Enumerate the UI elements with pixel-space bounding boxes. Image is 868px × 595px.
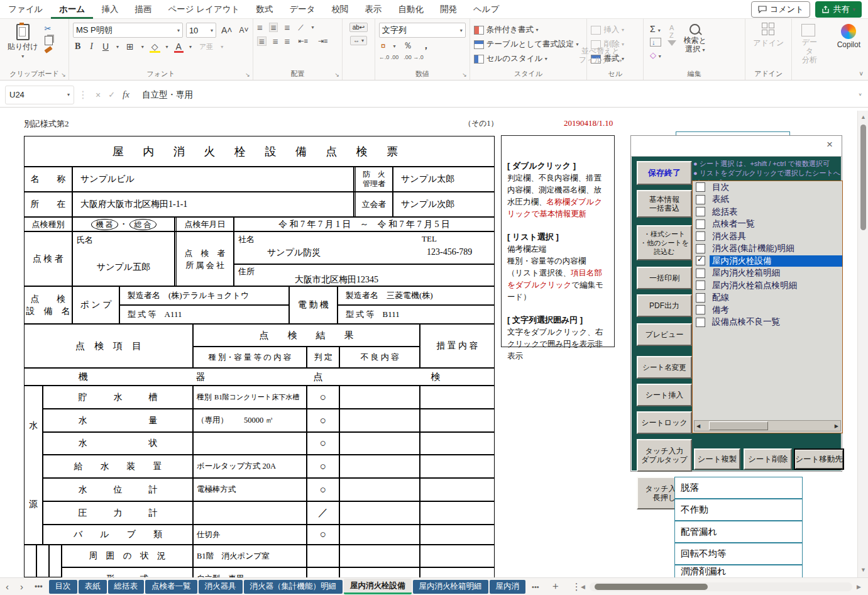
sheet-list-item[interactable]: 屋内消火栓箱明細 <box>693 267 842 280</box>
name-box[interactable]: U24 ▾ <box>5 86 74 104</box>
checkbox-checked-icon[interactable] <box>696 256 705 265</box>
pdf-output-button[interactable]: PDF出力 <box>637 294 692 317</box>
next-sheet-icon[interactable]: › <box>14 581 29 592</box>
align-top-icon[interactable]: ≡ <box>257 23 263 31</box>
scroll-up-icon[interactable]: ▲ <box>858 114 868 120</box>
ribbon-tab-help[interactable]: ヘルプ <box>465 0 507 19</box>
more-sheets-icon[interactable]: ••• <box>526 583 545 591</box>
fill-button[interactable]: ↓ <box>650 38 661 47</box>
company-address-cell[interactable]: 住所 大阪市北区梅田12345 <box>234 264 495 286</box>
row-content[interactable]: （専用） 50000 ㎥ <box>193 409 307 432</box>
checkbox-icon[interactable] <box>696 182 705 192</box>
merge-center-button[interactable]: ⇔ ▾ <box>350 36 367 45</box>
format-as-table-button[interactable]: テーブルとして書式設定 ▾ <box>474 39 579 50</box>
sheet-list-item[interactable]: 消火器(集計機能)明細 <box>693 243 842 255</box>
address-cell[interactable]: 大阪府大阪市北区梅田1-1-1 <box>72 192 354 217</box>
row-action[interactable] <box>420 545 495 567</box>
load-sheets-button[interactable]: ・様式シート・他のシートを読込む <box>637 225 692 260</box>
row-defect[interactable] <box>339 409 420 432</box>
company-name-cell[interactable]: 社名 サンプル防災 TEL 123-456-789 <box>234 231 495 264</box>
align-middle-icon[interactable]: ≡ <box>269 23 278 32</box>
cancel-entry-icon[interactable]: × <box>92 90 104 100</box>
ribbon-tab-automate[interactable]: 自動化 <box>390 0 432 19</box>
paste-button[interactable]: 貼り付け ▾ <box>4 23 42 60</box>
sheet-list-item[interactable]: 配線 <box>693 292 842 304</box>
sheet-tab[interactable]: 消火器具 <box>199 580 243 594</box>
sheet-tab-clipped[interactable]: 屋内消 <box>490 580 526 594</box>
autosum-button[interactable]: Σ ▾ <box>650 24 661 34</box>
comma-format-icon[interactable]: ， <box>420 40 432 52</box>
confirm-entry-icon[interactable]: ✓ <box>104 90 119 99</box>
insert-sheet-button[interactable]: シート挿入 <box>637 384 692 406</box>
scroll-left-icon[interactable]: ◀ <box>696 423 700 429</box>
align-left-icon[interactable]: ≡ <box>257 36 266 46</box>
percent-format-icon[interactable]: ％ <box>402 40 414 52</box>
dialog-title-bar[interactable]: × <box>631 136 842 157</box>
expand-formula-bar-icon[interactable]: ˅ <box>859 92 862 97</box>
bold-button[interactable]: B <box>73 42 82 52</box>
delete-sheet-button[interactable]: シート削除 <box>744 448 792 470</box>
inspector-name-cell[interactable]: 氏名 サンプル五郎 <box>72 231 175 286</box>
checkbox-icon[interactable] <box>696 269 705 278</box>
checkbox-icon[interactable] <box>696 281 705 290</box>
row-judge[interactable]: ○ <box>307 525 339 545</box>
scroll-right-icon[interactable]: ▶ <box>835 423 838 429</box>
collapse-ribbon-icon[interactable]: ˅ <box>859 70 863 77</box>
font-color-button[interactable]: A <box>174 42 184 52</box>
clear-button[interactable]: ◇ ▾ <box>650 50 661 60</box>
row-content[interactable]: 種別 B1階コンクリート床下水槽 <box>193 386 307 409</box>
scrollbar-thumb[interactable] <box>595 584 708 590</box>
row-content[interactable]: 電極棒方式 <box>193 478 307 501</box>
italic-button[interactable]: I <box>88 42 95 52</box>
row-judge[interactable]: ○ <box>307 432 339 455</box>
sheet-list-item-selected[interactable]: 屋内消火栓設備 <box>693 255 842 267</box>
sheet-list-item[interactable]: 表紙 <box>693 194 842 206</box>
scrollbar-thumb[interactable] <box>709 421 768 430</box>
row-action[interactable] <box>420 432 495 455</box>
checkbox-icon[interactable] <box>696 318 705 327</box>
building-name-cell[interactable]: サンプルビル <box>72 167 354 192</box>
sheet-tab[interactable]: 屋内消火栓箱明細 <box>413 580 488 594</box>
row-action[interactable] <box>420 478 495 501</box>
defect-list-cell[interactable]: 不作動 <box>674 499 803 521</box>
row-defect[interactable] <box>339 545 420 567</box>
alignment-dialog-launcher-icon[interactable]: ↘ <box>335 72 340 78</box>
row-defect[interactable] <box>339 386 420 409</box>
row-judge[interactable]: ○ <box>307 478 339 501</box>
share-button[interactable]: 共有 ▾ <box>815 1 862 18</box>
list-horizontal-scrollbar[interactable]: ◀ ▶ <box>694 420 841 431</box>
decrease-indent-icon[interactable]: ⇤≡ <box>296 37 310 45</box>
row-action[interactable] <box>420 386 495 409</box>
addins-icon[interactable] <box>762 23 776 36</box>
number-format-select[interactable]: 文字列▾ <box>379 23 466 38</box>
row-action[interactable] <box>420 525 495 545</box>
copy-button[interactable] <box>45 36 53 45</box>
row-content[interactable] <box>193 432 307 455</box>
row-content[interactable]: 自立型・専用 <box>193 567 307 577</box>
increase-decimal-icon[interactable]: ←.0 .00 <box>379 54 399 60</box>
increase-indent-icon[interactable]: ⇥≡ <box>316 37 330 45</box>
sheet-tab-active[interactable]: 屋内消火栓設備 <box>344 579 412 594</box>
ribbon-tab-review[interactable]: 校閲 <box>324 0 357 19</box>
move-sheet-button[interactable]: シート移動先 <box>794 448 844 470</box>
row-action[interactable] <box>420 409 495 432</box>
batch-print-button[interactable]: 一括印刷 <box>637 267 692 289</box>
ribbon-tab-developer[interactable]: 開発 <box>432 0 465 19</box>
copilot-button[interactable]: Copilot <box>833 23 864 50</box>
new-sheet-icon[interactable]: ＋ <box>545 580 566 593</box>
motor-model-cell[interactable]: 型 式 等 B111 <box>338 305 495 324</box>
sheet-tab[interactable]: 総括表 <box>108 580 145 594</box>
preview-button[interactable]: プレビュー <box>637 323 692 346</box>
sheet-list-item[interactable]: 屋内消火栓箱点検明細 <box>693 279 842 292</box>
row-content[interactable]: ボールタップ方式 20A <box>193 455 307 478</box>
align-right-icon[interactable]: ≡ <box>284 37 290 45</box>
number-dialog-launcher-icon[interactable]: ↘ <box>462 72 467 78</box>
sheet-tab[interactable]: 消火器（集計機能）明細 <box>244 580 343 594</box>
close-icon[interactable]: × <box>823 138 837 151</box>
wrap-text-button[interactable]: ab↩ <box>349 23 368 32</box>
row-action[interactable] <box>420 455 495 478</box>
ribbon-tab-insert[interactable]: 挿入 <box>93 0 126 19</box>
font-dialog-launcher-icon[interactable]: ↘ <box>245 72 250 78</box>
ribbon-tab-file[interactable]: ファイル <box>0 0 51 19</box>
format-painter-button[interactable] <box>44 46 52 53</box>
